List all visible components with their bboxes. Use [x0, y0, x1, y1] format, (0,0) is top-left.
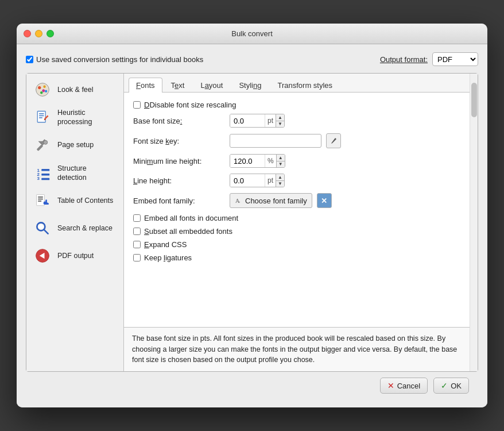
svg-rect-21	[45, 199, 47, 203]
choose-font-label: Choose font family	[245, 197, 307, 205]
base-font-size-unit: pt	[265, 114, 276, 127]
sidebar-item-toc[interactable]: Table of Contents	[26, 187, 123, 214]
line-height-field[interactable]	[230, 174, 265, 187]
bottom-bar: ✕ Cancel ✓ OK	[26, 372, 478, 399]
pencil-icon	[329, 137, 338, 145]
min-line-height-up[interactable]: ▲	[277, 155, 285, 161]
titlebar: Bulk convert	[17, 24, 487, 44]
info-text: The base font size in pts. All font size…	[132, 334, 457, 364]
font-size-key-field[interactable]	[230, 134, 321, 148]
ok-label: OK	[451, 382, 462, 390]
svg-point-3	[45, 90, 47, 92]
use-saved-settings-checkbox[interactable]	[26, 56, 33, 63]
expand-css-checkbox[interactable]	[133, 241, 141, 248]
embed-all-fonts-row: Embed all fonts in document	[133, 214, 460, 222]
base-font-size-down[interactable]: ▼	[276, 121, 284, 128]
line-height-up[interactable]: ▲	[276, 174, 284, 181]
cancel-button[interactable]: ✕ Cancel	[380, 378, 428, 394]
page-setup-icon	[33, 136, 52, 155]
min-line-height-input[interactable]: % ▲ ▼	[230, 154, 285, 168]
svg-point-10	[44, 140, 48, 144]
base-font-size-input[interactable]: pt ▲ ▼	[230, 114, 285, 128]
disable-font-row: DDisable font size rescaling	[133, 101, 460, 109]
choose-font-button[interactable]: A a Choose font family	[230, 193, 312, 208]
svg-point-23	[38, 224, 44, 229]
base-font-size-up[interactable]: ▲	[276, 114, 284, 121]
sidebar-item-structure[interactable]: 1 2 3 Structure detection	[26, 159, 123, 187]
tab-transform-styles[interactable]: Transform styles	[270, 78, 340, 93]
expand-css-label: Expand CSS	[144, 240, 187, 249]
line-height-down[interactable]: ▼	[276, 181, 284, 187]
min-line-height-down[interactable]: ▼	[277, 161, 285, 168]
tab-fonts[interactable]: Fonts	[129, 78, 162, 93]
svg-rect-14	[41, 169, 49, 171]
toc-icon	[33, 191, 52, 210]
sidebar-item-pdf[interactable]: PDF output	[26, 242, 123, 270]
scroll-thumb[interactable]	[471, 83, 477, 117]
scrollbar[interactable]	[470, 74, 478, 371]
search-icon	[33, 219, 52, 237]
output-format-select[interactable]: PDF EPUB MOBI AZW3 DOCX TXT	[432, 52, 478, 66]
ok-icon: ✓	[441, 381, 448, 390]
svg-line-24	[44, 230, 48, 234]
line-height-row: Line height: pt ▲ ▼	[133, 174, 460, 187]
line-height-spinners: ▲ ▼	[276, 174, 284, 187]
base-font-size-field[interactable]	[230, 114, 265, 127]
maximize-button[interactable]	[46, 30, 54, 37]
svg-rect-19	[38, 199, 43, 200]
clear-font-button[interactable]: ✕	[317, 193, 332, 208]
keep-ligatures-row: Keep ligatures	[133, 253, 460, 262]
tab-styling[interactable]: Styling	[231, 78, 269, 93]
base-font-size-label: Base font size:	[133, 117, 225, 125]
tab-layout[interactable]: Layout	[193, 78, 230, 93]
font-icon: A a	[235, 197, 243, 205]
panel-with-scroll: Fonts Text Layout Styling	[124, 74, 478, 371]
svg-rect-7	[39, 116, 44, 117]
close-button[interactable]	[24, 30, 31, 37]
cancel-icon: ✕	[387, 381, 394, 390]
sidebar-item-search[interactable]: Search & replace	[26, 214, 123, 242]
cancel-label: Cancel	[397, 382, 420, 390]
sidebar-item-heuristic[interactable]: Heuristic processing	[26, 103, 123, 132]
line-height-input[interactable]: pt ▲ ▼	[230, 174, 285, 187]
svg-point-4	[40, 91, 42, 94]
font-size-key-label: Font size key:	[133, 137, 225, 145]
use-saved-settings-label[interactable]: Use saved conversion settings for indivi…	[26, 55, 203, 64]
embed-all-fonts-checkbox[interactable]	[133, 214, 141, 222]
sidebar-label-structure: Structure detection	[57, 164, 117, 183]
font-size-key-edit-button[interactable]	[326, 133, 341, 148]
top-bar-right: Output format: PDF EPUB MOBI AZW3 DOCX T…	[380, 52, 478, 66]
subset-fonts-checkbox[interactable]	[133, 228, 141, 235]
main-panel: Look & feel	[26, 73, 478, 372]
sidebar-label-pdf: PDF output	[57, 251, 94, 260]
svg-rect-15	[41, 174, 49, 176]
line-height-unit: pt	[265, 174, 276, 187]
min-line-height-unit: %	[265, 155, 276, 167]
min-line-height-field[interactable]	[230, 155, 265, 167]
embed-font-label: Embed font family:	[133, 197, 225, 205]
sidebar-label-heuristic: Heuristic processing	[57, 108, 117, 127]
svg-rect-5	[37, 111, 45, 122]
minimize-button[interactable]	[35, 30, 42, 37]
sidebar-item-page-setup[interactable]: Page setup	[26, 132, 123, 159]
svg-rect-8	[39, 117, 42, 118]
line-height-label: Line height:	[133, 176, 225, 185]
output-format-label: Output format:	[380, 55, 428, 64]
panel-inner: Fonts Text Layout Styling	[124, 74, 470, 371]
sidebar-label-page-setup: Page setup	[57, 140, 94, 149]
svg-text:a: a	[238, 199, 241, 204]
ok-button[interactable]: ✓ OK	[433, 378, 469, 394]
form-area: DDisable font size rescaling Base font s…	[124, 93, 470, 327]
base-font-size-row: Base font size: pt ▲ ▼	[133, 114, 460, 128]
svg-point-1	[38, 86, 41, 89]
tabs-bar: Fonts Text Layout Styling	[124, 74, 470, 93]
svg-rect-16	[41, 178, 49, 180]
sidebar-label-search: Search & replace	[57, 224, 113, 233]
disable-font-checkbox[interactable]	[133, 101, 141, 109]
sidebar-item-look-feel[interactable]: Look & feel	[26, 76, 123, 103]
svg-point-2	[43, 86, 45, 88]
tab-text[interactable]: Text	[164, 78, 192, 93]
keep-ligatures-checkbox[interactable]	[133, 254, 141, 261]
pdf-icon	[33, 247, 52, 265]
svg-rect-18	[38, 197, 43, 198]
